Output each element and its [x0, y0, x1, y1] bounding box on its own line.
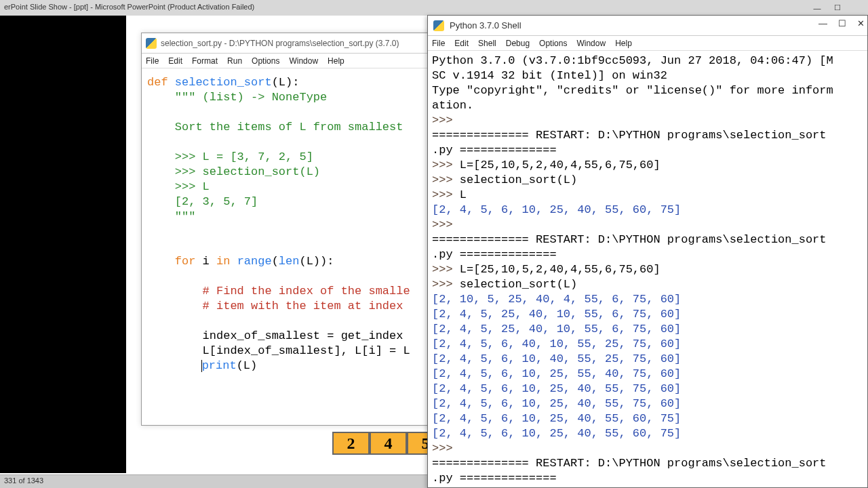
- shell-titlebar[interactable]: Python 3.7.0 Shell — ☐ ✕: [428, 16, 867, 36]
- editor-menu-edit[interactable]: Edit: [168, 56, 182, 66]
- shell-menubar: FileEditShellDebugOptionsWindowHelp: [428, 36, 867, 51]
- shell-menu-help[interactable]: Help: [615, 39, 632, 48]
- slide-box-2: 2: [332, 432, 370, 455]
- ppt-minimize-icon[interactable]: —: [807, 0, 827, 16]
- shell-line: ============== RESTART: D:\PYTHON progra…: [432, 456, 863, 471]
- shell-line: >>> L=[25,10,5,2,40,4,55,6,75,60]: [432, 262, 863, 277]
- shell-line: [2, 4, 5, 6, 10, 25, 55, 40, 75, 60]: [432, 367, 863, 382]
- shell-line: ============== RESTART: D:\PYTHON progra…: [432, 128, 863, 143]
- shell-menu-file[interactable]: File: [432, 39, 445, 48]
- slide-box-4: 4: [370, 432, 407, 455]
- shell-line: [2, 4, 5, 6, 10, 25, 40, 55, 60, 75]: [432, 426, 863, 441]
- shell-line: [2, 10, 5, 25, 40, 4, 55, 6, 75, 60]: [432, 292, 863, 307]
- shell-menu-window[interactable]: Window: [576, 39, 606, 48]
- shell-line: [2, 4, 5, 25, 40, 10, 55, 6, 75, 60]: [432, 307, 863, 322]
- shell-line: ============== RESTART: D:\PYTHON progra…: [432, 232, 863, 247]
- shell-line: ation.: [432, 98, 863, 113]
- shell-line: [2, 4, 5, 6, 40, 10, 55, 25, 75, 60]: [432, 337, 863, 352]
- ppt-titlebar: erPoint Slide Show - [ppt] - Microsoft P…: [0, 0, 868, 16]
- editor-menu-file[interactable]: File: [146, 56, 159, 66]
- ppt-title: erPoint Slide Show - [ppt] - Microsoft P…: [4, 3, 254, 11]
- shell-line: >>> selection_sort(L): [432, 277, 863, 292]
- shell-menu-shell[interactable]: Shell: [478, 39, 496, 48]
- shell-line: >>>: [432, 441, 863, 456]
- idle-shell-window[interactable]: Python 3.7.0 Shell — ☐ ✕ FileEditShellDe…: [427, 15, 868, 488]
- shell-line: Type "copyright", "credits" or "license(…: [432, 83, 863, 98]
- shell-title: Python 3.7.0 Shell: [450, 20, 521, 30]
- shell-line: [2, 4, 5, 6, 10, 25, 40, 55, 75, 60]: [432, 396, 863, 411]
- editor-menu-help[interactable]: Help: [328, 56, 344, 66]
- shell-line: SC v.1914 32 bit (Intel)] on win32: [432, 68, 863, 83]
- shell-maximize-icon[interactable]: ☐: [838, 18, 846, 28]
- ppt-closeplaceholder: [848, 0, 868, 16]
- shell-line: [2, 4, 5, 25, 40, 10, 55, 6, 75, 60]: [432, 322, 863, 337]
- shell-line: [2, 4, 5, 6, 10, 40, 55, 25, 75, 60]: [432, 352, 863, 367]
- shell-line: >>>: [432, 113, 863, 128]
- shell-line: [2, 4, 5, 6, 10, 25, 40, 55, 60, 75]: [432, 203, 863, 218]
- editor-menu-window[interactable]: Window: [289, 56, 318, 66]
- shell-line: [2, 4, 5, 6, 10, 25, 40, 55, 75, 60]: [432, 382, 863, 396]
- shell-line: .py ==============: [432, 471, 863, 486]
- shell-line: >>> L: [432, 188, 863, 203]
- shell-close-icon[interactable]: ✕: [857, 18, 865, 28]
- python-icon: [433, 20, 444, 31]
- ppt-slide-counter: 331 of 1343: [4, 476, 43, 485]
- shell-menu-debug[interactable]: Debug: [506, 39, 530, 48]
- shell-line: .py ==============: [432, 247, 863, 262]
- shell-menu-options[interactable]: Options: [539, 39, 567, 48]
- editor-title: selection_sort.py - D:\PYTHON programs\s…: [161, 39, 399, 48]
- editor-menu-format[interactable]: Format: [192, 56, 218, 66]
- editor-menu-run[interactable]: Run: [227, 56, 242, 66]
- shell-minimize-icon[interactable]: —: [818, 18, 827, 28]
- shell-line: >>> selection_sort(L): [432, 173, 863, 188]
- shell-line: Python 3.7.0 (v3.7.0:1bf9cc5093, Jun 27 …: [432, 54, 863, 68]
- ppt-maximize-icon[interactable]: ☐: [827, 0, 848, 16]
- shell-output-area[interactable]: Python 3.7.0 (v3.7.0:1bf9cc5093, Jun 27 …: [428, 51, 867, 488]
- shell-menu-edit[interactable]: Edit: [454, 39, 469, 48]
- shell-line: [2, 4, 5, 6, 10, 25, 40, 55, 60, 75]: [432, 411, 863, 426]
- editor-menu-options[interactable]: Options: [252, 56, 279, 66]
- shell-line: .py ==============: [432, 143, 863, 158]
- python-icon: [146, 38, 157, 49]
- shell-line: >>> L=[25,10,5,2,40,4,55,6,75,60]: [432, 158, 863, 173]
- shell-line: >>>: [432, 218, 863, 232]
- ppt-slide-panel: [0, 16, 126, 473]
